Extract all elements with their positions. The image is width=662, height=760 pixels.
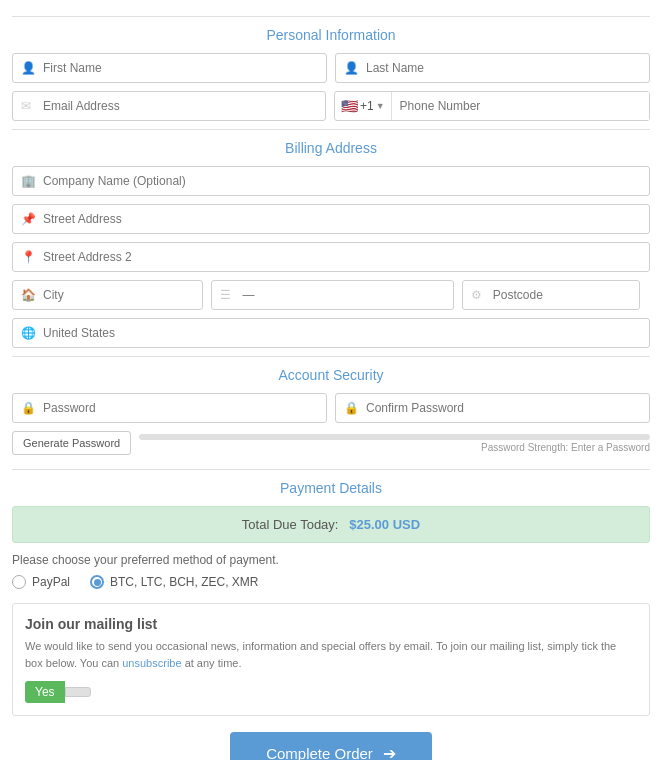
- street2-field: 📍: [12, 242, 650, 272]
- phone-field: 🇺🇸 +1 ▼: [334, 91, 650, 121]
- password-strength-bar: [139, 434, 650, 440]
- paypal-radio[interactable]: [12, 575, 26, 589]
- state-input[interactable]: [211, 280, 453, 310]
- street2-icon: 📍: [21, 250, 36, 264]
- account-security-title: Account Security: [12, 367, 650, 383]
- lock-icon-2: 🔒: [344, 401, 359, 415]
- generate-password-button[interactable]: Generate Password: [12, 431, 131, 455]
- confirm-password-input[interactable]: [335, 393, 650, 423]
- payment-details-title: Payment Details: [12, 480, 650, 496]
- street2-input[interactable]: [12, 242, 650, 272]
- postcode-icon: ⚙: [471, 288, 482, 302]
- crypto-label: BTC, LTC, BCH, ZEC, XMR: [110, 575, 258, 589]
- paypal-option[interactable]: PayPal: [12, 575, 70, 589]
- city-icon: 🏠: [21, 288, 36, 302]
- mailing-text1: We would like to send you occasional new…: [25, 640, 616, 669]
- last-name-input[interactable]: [335, 53, 650, 83]
- crypto-radio[interactable]: [90, 575, 104, 589]
- payment-options: PayPal BTC, LTC, BCH, ZEC, XMR: [12, 575, 650, 589]
- postcode-input[interactable]: [462, 280, 641, 310]
- phone-prefix: +1: [360, 99, 374, 113]
- first-name-field: 👤: [12, 53, 327, 83]
- mailing-yes-button[interactable]: Yes: [25, 681, 65, 703]
- country-input[interactable]: [12, 318, 650, 348]
- payment-choose-label: Please choose your preferred method of p…: [12, 553, 650, 567]
- street1-input[interactable]: [12, 204, 650, 234]
- mailing-title: Join our mailing list: [25, 616, 637, 632]
- complete-order-button[interactable]: Complete Order ➔: [230, 732, 432, 760]
- user-icon-2: 👤: [344, 61, 359, 75]
- city-field: 🏠: [12, 280, 203, 310]
- us-flag-icon: 🇺🇸: [341, 98, 358, 114]
- user-icon: 👤: [21, 61, 36, 75]
- email-field: ✉: [12, 91, 326, 121]
- globe-icon: 🌐: [21, 326, 36, 340]
- first-name-input[interactable]: [12, 53, 327, 83]
- mailing-text: We would like to send you occasional new…: [25, 638, 637, 671]
- mailing-no-button[interactable]: [65, 687, 91, 697]
- mailing-list-box: Join our mailing list We would like to s…: [12, 603, 650, 716]
- complete-order-label: Complete Order: [266, 745, 373, 760]
- password-field: 🔒: [12, 393, 327, 423]
- chevron-down-icon: ▼: [376, 101, 385, 111]
- mailing-text2: at any time.: [182, 657, 242, 669]
- arrow-right-icon: ➔: [383, 744, 396, 760]
- state-icon: ☰: [220, 288, 231, 302]
- company-field: 🏢: [12, 166, 650, 196]
- country-field: 🌐: [12, 318, 650, 348]
- phone-flag[interactable]: 🇺🇸 +1 ▼: [335, 92, 392, 120]
- password-strength-label: Password Strength: Enter a Password: [139, 442, 650, 453]
- crypto-option[interactable]: BTC, LTC, BCH, ZEC, XMR: [90, 575, 258, 589]
- total-due-box: Total Due Today: $25.00 USD: [12, 506, 650, 543]
- postcode-field: ⚙: [462, 280, 641, 310]
- phone-input[interactable]: [392, 92, 649, 120]
- total-label: Total Due Today:: [242, 517, 339, 532]
- paypal-label: PayPal: [32, 575, 70, 589]
- email-icon: ✉: [21, 99, 31, 113]
- city-input[interactable]: [12, 280, 203, 310]
- street1-field: 📌: [12, 204, 650, 234]
- last-name-field: 👤: [335, 53, 650, 83]
- street-icon: 📌: [21, 212, 36, 226]
- password-input[interactable]: [12, 393, 327, 423]
- total-amount: $25.00 USD: [349, 517, 420, 532]
- company-input[interactable]: [12, 166, 650, 196]
- confirm-password-field: 🔒: [335, 393, 650, 423]
- building-icon: 🏢: [21, 174, 36, 188]
- password-strength-col: Password Strength: Enter a Password: [139, 431, 650, 453]
- complete-order-row: Complete Order ➔: [12, 732, 650, 760]
- personal-info-title: Personal Information: [12, 27, 650, 43]
- mailing-toggle: Yes: [25, 681, 637, 703]
- state-field: ☰: [211, 280, 453, 310]
- unsubscribe-link[interactable]: unsubscribe: [122, 657, 181, 669]
- email-input[interactable]: [12, 91, 326, 121]
- lock-icon: 🔒: [21, 401, 36, 415]
- billing-address-title: Billing Address: [12, 140, 650, 156]
